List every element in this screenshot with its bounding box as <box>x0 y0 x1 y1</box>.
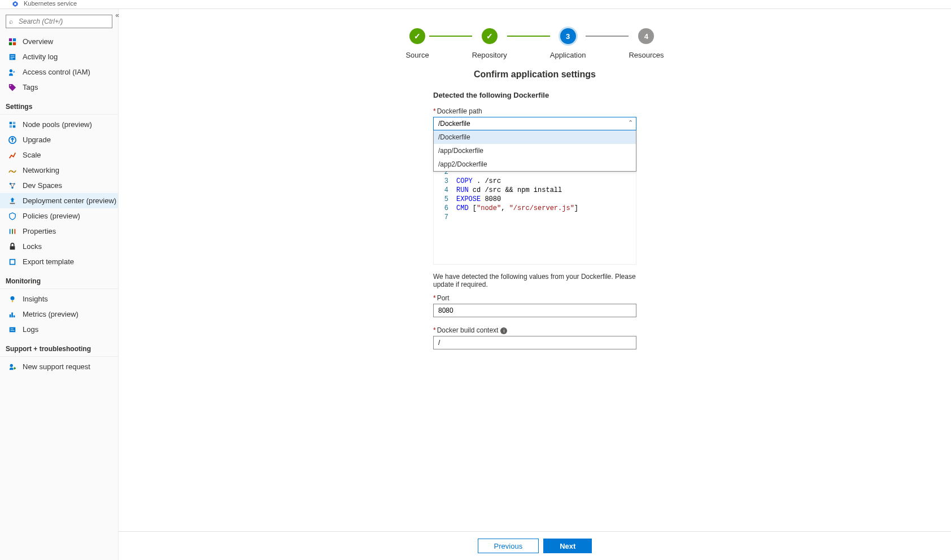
nav-policies[interactable]: Policies (preview) <box>0 208 118 224</box>
dropdown-option[interactable]: /app/Dockerfile <box>434 144 636 158</box>
nav-export-template[interactable]: Export template <box>0 254 118 269</box>
detected-heading: Detected the following Dockerfile <box>433 91 636 99</box>
dropdown-option[interactable]: /Dockerfile <box>434 130 636 144</box>
svg-point-11 <box>13 71 15 73</box>
step-connector <box>507 36 550 37</box>
service-type-bar: Kubernetes service <box>0 0 951 9</box>
nav-label: Properties <box>23 227 56 235</box>
nav-label: Dev Spaces <box>23 181 62 190</box>
nav-header-settings: Settings <box>0 95 118 115</box>
insights-icon <box>8 295 17 304</box>
nav-overview[interactable]: Overview <box>0 34 118 49</box>
nav-label: Deployment center (preview) <box>23 196 116 205</box>
context-label: *Docker build contexti <box>433 326 636 334</box>
svg-rect-28 <box>11 260 15 264</box>
nav-label: Tags <box>23 83 38 91</box>
nav-activity-log[interactable]: Activity log <box>0 49 118 64</box>
svg-point-18 <box>12 170 14 172</box>
nav-header-support: Support + troubleshooting <box>0 337 118 357</box>
context-input[interactable] <box>433 336 636 349</box>
nav-new-support-request[interactable]: New support request <box>0 359 118 374</box>
svg-rect-36 <box>11 330 15 330</box>
nav-properties[interactable]: Properties <box>0 224 118 239</box>
nav-label: Access control (IAM) <box>23 68 90 76</box>
nav-logs[interactable]: Logs <box>0 322 118 337</box>
svg-rect-5 <box>13 42 16 45</box>
nodepool-icon <box>8 120 17 129</box>
application-form: Detected the following Dockerfile *Docke… <box>433 91 636 358</box>
svg-rect-3 <box>13 38 16 41</box>
export-icon <box>8 257 17 266</box>
nav-upgrade[interactable]: Upgrade <box>0 132 118 147</box>
search-icon: ⌕ <box>9 18 13 25</box>
dockerfile-code-view: 234567 COPY . /src RUN cd /src && npm in… <box>433 164 636 265</box>
svg-rect-25 <box>15 229 16 234</box>
nav-insights[interactable]: Insights <box>0 291 118 307</box>
svg-rect-16 <box>13 125 15 127</box>
step-circle-current: 3 <box>560 28 576 44</box>
port-label: *Port <box>433 294 636 302</box>
svg-rect-15 <box>10 125 12 127</box>
nav-access-control[interactable]: Access control (IAM) <box>0 64 118 80</box>
nav-scale[interactable]: Scale <box>0 147 118 163</box>
svg-rect-30 <box>12 300 13 302</box>
sidebar-search-input[interactable] <box>6 15 112 28</box>
svg-point-12 <box>10 85 11 86</box>
nav-label: Overview <box>23 37 53 46</box>
nav-label: Networking <box>23 166 59 174</box>
page-title: Confirm application settings <box>474 69 596 80</box>
metrics-icon <box>8 310 17 319</box>
nav-label: Upgrade <box>23 135 51 144</box>
svg-rect-9 <box>11 58 13 59</box>
dockerfile-path-dropdown: /Dockerfile /app/Dockerfile /app2/Docker… <box>433 130 636 172</box>
step-source: ✓ Source <box>405 28 429 59</box>
activity-log-icon <box>8 53 17 62</box>
dropdown-option[interactable]: /app2/Dockerfile <box>434 158 636 171</box>
code-gutter: 234567 <box>434 168 456 261</box>
svg-rect-24 <box>12 229 13 234</box>
svg-rect-34 <box>10 327 16 332</box>
svg-rect-14 <box>13 121 15 124</box>
wizard-footer: Previous Next <box>119 531 951 560</box>
port-input[interactable] <box>433 304 636 317</box>
nav-networking[interactable]: Networking <box>0 163 118 178</box>
nav-node-pools[interactable]: Node pools (preview) <box>0 117 118 132</box>
dockerfile-path-combo[interactable]: ⌃ /Dockerfile /app/Dockerfile /app2/Dock… <box>433 117 636 130</box>
svg-point-29 <box>11 296 15 300</box>
nav-locks[interactable]: Locks <box>0 239 118 254</box>
help-text: We have detected the following values fr… <box>433 273 636 288</box>
nav-label: Insights <box>23 295 48 303</box>
nav-label: Policies (preview) <box>23 212 80 220</box>
step-circle-done: ✓ <box>409 28 425 44</box>
nav-label: New support request <box>23 362 90 371</box>
upgrade-icon <box>8 135 17 145</box>
svg-rect-22 <box>10 203 15 204</box>
step-connector <box>429 36 472 37</box>
svg-rect-35 <box>11 329 14 329</box>
nav-label: Activity log <box>23 53 58 61</box>
dockerfile-path-label: *Dockerfile path <box>433 107 636 115</box>
previous-button[interactable]: Previous <box>478 539 539 553</box>
nav-dev-spaces[interactable]: Dev Spaces <box>0 178 118 193</box>
nav-metrics[interactable]: Metrics (preview) <box>0 307 118 322</box>
policies-icon <box>8 212 17 221</box>
step-circle-done: ✓ <box>482 28 498 44</box>
nav-deployment-center[interactable]: Deployment center (preview) <box>0 193 118 208</box>
svg-rect-32 <box>11 312 13 317</box>
main-content: ✓ Source ✓ Repository 3 Application 4 Re… <box>119 9 951 560</box>
scale-icon <box>8 151 17 160</box>
svg-rect-13 <box>10 121 12 124</box>
next-button[interactable]: Next <box>543 539 592 553</box>
tags-icon <box>8 83 17 92</box>
nav-tags[interactable]: Tags <box>0 80 118 95</box>
nav-header-monitoring: Monitoring <box>0 269 118 289</box>
dockerfile-path-input[interactable] <box>433 117 636 130</box>
step-application: 3 Application <box>550 28 586 59</box>
devspaces-icon <box>8 181 17 190</box>
code-lines: COPY . /src RUN cd /src && npm install E… <box>456 168 636 261</box>
svg-rect-8 <box>11 57 15 58</box>
svg-rect-2 <box>9 38 12 41</box>
info-icon[interactable]: i <box>500 327 507 334</box>
props-icon <box>8 227 17 236</box>
step-connector <box>586 36 629 37</box>
